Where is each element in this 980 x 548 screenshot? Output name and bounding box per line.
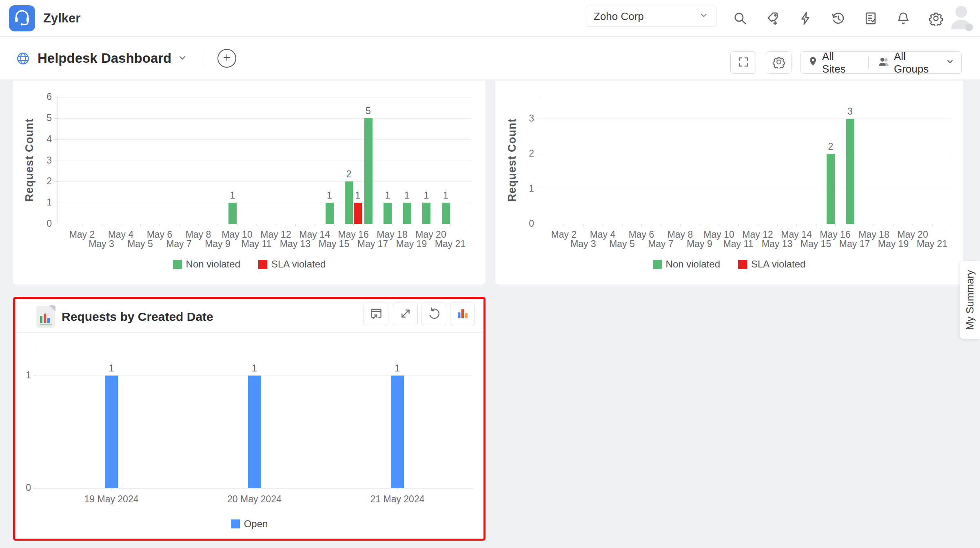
search-icon[interactable] (733, 11, 747, 26)
zylker-logo[interactable] (9, 5, 35, 31)
chevron-down-icon (177, 51, 188, 66)
fullscreen-button[interactable] (730, 51, 756, 74)
y-axis-line (58, 95, 58, 224)
chart-legend: Non violatedSLA violated (495, 259, 963, 270)
chart-legend: Non violatedSLA violated (13, 259, 486, 270)
dashboard-settings-button[interactable] (766, 51, 792, 74)
x-tick (816, 224, 816, 226)
y-tick (537, 224, 540, 224)
x-tick (700, 224, 700, 226)
chart-type-button[interactable] (450, 303, 475, 326)
bar-non-violated-may-17[interactable] (364, 118, 372, 224)
expand-icon (399, 307, 412, 322)
bar-non-violated-may-16[interactable] (345, 181, 353, 224)
bar-value-label: 1 (242, 363, 267, 374)
lightning-icon[interactable] (798, 11, 813, 26)
x-tick (392, 224, 392, 226)
history-icon[interactable] (831, 11, 845, 26)
gridline-y3 (58, 161, 472, 161)
x-tick (412, 224, 412, 226)
legend-swatch (173, 260, 182, 269)
x-tick (564, 224, 564, 226)
bar-non-violated-may-16[interactable] (827, 154, 835, 224)
x-tick (218, 224, 218, 226)
legend-item-sla-violated[interactable]: SLA violated (258, 259, 326, 270)
x-tick (237, 224, 237, 226)
y-tick (54, 139, 58, 140)
bar-non-violated-may-17[interactable] (846, 119, 854, 224)
gridline-y1 (540, 189, 951, 189)
bar-value-label: 1 (220, 190, 245, 201)
y-axis-line (37, 348, 37, 488)
location-pin-icon (807, 56, 818, 70)
x-tick (315, 224, 315, 226)
bar-open-20-may-2024[interactable] (248, 376, 261, 488)
x-tick (82, 224, 82, 226)
y-tick-label: 3 (510, 113, 534, 124)
present-button[interactable] (364, 303, 388, 326)
x-tick (661, 224, 661, 226)
y-tick (33, 488, 37, 488)
gridline-y3 (540, 119, 951, 119)
my-summary-tab[interactable]: My Summary (960, 261, 980, 339)
bar-non-violated-may-18[interactable] (384, 203, 392, 224)
legend-item-non-violated[interactable]: Non violated (653, 259, 720, 270)
x-tick (622, 224, 623, 226)
gridline-y0 (37, 488, 473, 488)
feedback-icon[interactable] (863, 11, 878, 26)
legend-item-non-violated[interactable]: Non violated (173, 259, 240, 270)
org-selector[interactable]: Zoho Corp (586, 6, 716, 27)
x-tick (179, 224, 180, 226)
filter-divider (868, 57, 869, 69)
notifications-icon[interactable] (896, 11, 911, 26)
y-tick (54, 97, 58, 97)
bar-non-violated-may-21[interactable] (442, 203, 450, 224)
avatar[interactable] (948, 3, 975, 32)
x-tick (738, 224, 739, 226)
chart-type-icon (456, 307, 470, 322)
x-tick-label: 19 May 2024 (83, 494, 140, 505)
groups-filter[interactable]: All Groups (878, 50, 955, 75)
dashboard-title[interactable]: Helpdesk Dashboard (38, 37, 188, 80)
legend-item-sla-violated[interactable]: SLA violated (738, 259, 805, 270)
y-tick (537, 119, 540, 119)
refresh-button[interactable] (421, 303, 446, 326)
bar-sla-violated-may-16[interactable] (354, 203, 362, 224)
bar-non-violated-may-15[interactable] (326, 203, 334, 224)
globe-icon (16, 51, 31, 68)
x-tick (758, 224, 758, 226)
sla-chart-card-right: Request Count0123May 2May 3May 4May 5May… (495, 81, 963, 285)
x-tick (777, 224, 778, 226)
x-tick (894, 224, 894, 226)
y-tick (537, 189, 540, 189)
bar-open-21-may-2024[interactable] (391, 376, 404, 488)
bar-non-violated-may-19[interactable] (403, 203, 411, 224)
sites-filter[interactable]: All Sites (807, 50, 859, 75)
plus-icon (222, 53, 232, 64)
x-tick (397, 488, 398, 491)
bar-value-label: 2 (818, 141, 843, 152)
x-tick (121, 224, 121, 226)
legend-label: SLA violated (271, 259, 326, 270)
bar-non-violated-may-20[interactable] (422, 203, 430, 224)
x-tick (796, 224, 797, 226)
add-dashboard-button[interactable] (217, 49, 236, 68)
card-title: Requests by Created Date (62, 310, 213, 324)
x-tick (583, 224, 584, 226)
bar-non-violated-may-10[interactable] (228, 203, 237, 224)
bar-value-label: 5 (356, 106, 381, 117)
settings-icon[interactable] (929, 11, 943, 26)
bar-open-19-may-2024[interactable] (105, 376, 118, 488)
legend-item-open[interactable]: Open (231, 518, 268, 530)
ticket-add-icon[interactable] (765, 11, 780, 26)
gridline-y0 (58, 224, 472, 224)
x-tick (932, 224, 933, 226)
y-tick-label: 0 (510, 218, 534, 229)
y-tick (54, 203, 58, 203)
people-icon (878, 55, 890, 71)
x-tick (431, 224, 431, 226)
x-tick (373, 224, 373, 226)
expand-button[interactable] (393, 303, 418, 326)
gridline-y0 (540, 224, 951, 224)
y-tick (537, 154, 540, 154)
